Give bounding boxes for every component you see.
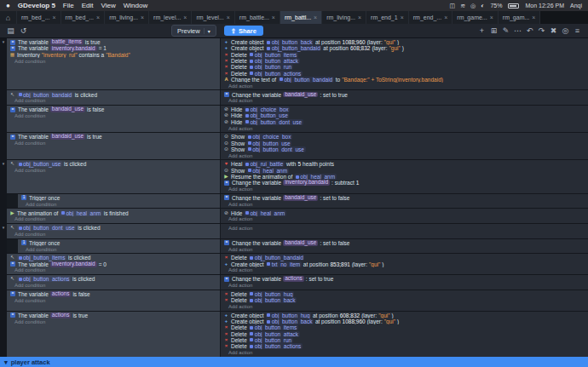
refresh-icon[interactable]: ↺ <box>18 26 29 35</box>
add-condition-link[interactable]: Add condition <box>7 98 220 104</box>
add-action-link[interactable]: Add action <box>221 349 588 355</box>
add-action-link[interactable]: Add action <box>221 225 588 231</box>
tab-rm_gam[interactable]: rm_gam...× <box>499 11 541 24</box>
action-line[interactable]: ⊘Hide obj_heal_anm <box>221 209 588 215</box>
close-icon[interactable]: × <box>52 14 55 20</box>
action-line[interactable]: ×Delete obj_button_back <box>221 297 588 303</box>
fold-chevron-icon[interactable]: ▾ <box>0 224 7 231</box>
action-line[interactable]: +Create object obj_button_hug at positio… <box>221 313 588 318</box>
add-condition-link[interactable]: Add condition <box>7 168 220 174</box>
action-line[interactable]: =Change the variable inventory.bandaid: … <box>221 180 588 186</box>
close-icon[interactable]: × <box>490 14 493 20</box>
add-action-link[interactable]: Add action <box>221 83 588 89</box>
add-condition-link[interactable]: Add condition <box>7 282 220 288</box>
action-line[interactable]: ×Delete obj_button_run <box>221 64 588 70</box>
menu-item-window[interactable]: Window <box>124 2 147 9</box>
menu-item-view[interactable]: View <box>101 2 116 9</box>
action-line[interactable]: ⊙Show obj_choice_box <box>221 134 588 140</box>
search-icon[interactable]: ◎ <box>560 26 571 35</box>
action-line[interactable]: ×Delete obj_button_actions <box>221 343 588 349</box>
home-tab[interactable]: ⌂ <box>0 11 17 24</box>
action-line[interactable]: ⊙Show obj_heal_anm <box>221 168 588 174</box>
condition-line[interactable]: =The variable actions is false <box>7 291 220 297</box>
add-action-link[interactable]: Add action <box>221 303 588 309</box>
tab-rm_game[interactable]: rm_game...× <box>453 11 499 24</box>
action-line[interactable]: =Change the variable actions: set to tru… <box>221 276 588 282</box>
action-line[interactable]: ×Delete obj_button_items <box>221 324 588 330</box>
close-icon[interactable]: × <box>401 14 404 20</box>
add-action-link[interactable]: Add action <box>221 186 588 192</box>
action-line[interactable]: ×Delete obj_button_attack <box>221 330 588 336</box>
add-condition-link[interactable]: Add condition <box>7 112 220 118</box>
action-line[interactable]: =Change the variable bandaid_use: set to… <box>221 195 588 201</box>
add-condition-link[interactable]: Add condition <box>7 318 220 324</box>
menu-bar-clock[interactable]: Mon 12:26 PM <box>525 3 564 9</box>
chevron-down-icon[interactable]: ▾ <box>204 28 210 34</box>
tab-rm_living[interactable]: rm_living...× <box>105 11 149 24</box>
add-event-icon[interactable]: + <box>476 26 487 35</box>
action-line[interactable]: +Create object obj_button_bandaid at pos… <box>221 45 588 51</box>
add-condition-link[interactable]: Add condition <box>7 297 220 303</box>
status-icon[interactable]: ◫ <box>450 3 456 9</box>
action-line[interactable]: ×Delete obj_button_items <box>221 52 588 58</box>
status-icon[interactable]: ≋ <box>460 3 465 9</box>
close-icon[interactable]: × <box>227 14 230 20</box>
apple-menu-icon[interactable]: ● <box>6 2 10 9</box>
condition-line[interactable]: 1Trigger once <box>18 240 220 246</box>
condition-line[interactable]: =The variable inventory.bandaid = 1 <box>7 45 220 51</box>
add-action-link[interactable]: Add action <box>221 216 588 222</box>
add-action-link[interactable]: Add action <box>221 282 588 288</box>
more-events-icon[interactable]: ⋯ <box>512 26 523 35</box>
action-line[interactable]: ⊘Hide obj_choice_box <box>221 106 588 112</box>
tab-rm_end_[interactable]: rm_end_...× <box>409 11 453 24</box>
share-button[interactable]: ⇧ Share <box>224 26 263 36</box>
events-search-bar[interactable]: ▾ player attack <box>0 357 588 367</box>
add-action-link[interactable]: Add action <box>221 201 588 207</box>
menu-item-edit[interactable]: Edit <box>82 2 94 9</box>
tab-rm_level[interactable]: rm_level...× <box>149 11 192 24</box>
condition-line[interactable]: =The variable bandaid_use is false <box>7 106 220 112</box>
condition-line[interactable]: ↖obj_button_actions is clicked <box>7 276 220 282</box>
close-icon[interactable]: × <box>183 14 187 20</box>
options-icon[interactable]: ≡ <box>572 26 583 35</box>
add-action-link[interactable]: Add action <box>221 125 588 131</box>
condition-line[interactable]: ↖obj_button_bandaid is clicked <box>7 91 220 97</box>
preview-button[interactable]: Preview ▾ <box>171 25 216 37</box>
project-manager-icon[interactable]: ▤ <box>5 26 16 35</box>
tab-rm_level[interactable]: rm_level...× <box>192 11 234 24</box>
condition-line[interactable]: =The variable battle_items is true <box>7 39 220 45</box>
action-line[interactable]: ×Delete obj_button_attack <box>221 58 588 64</box>
action-line[interactable]: +Create object obj_button_back at positi… <box>221 39 588 45</box>
add-action-link[interactable]: Add action <box>221 267 588 273</box>
condition-line[interactable]: ↖obj_button_items is clicked <box>7 255 220 261</box>
action-line[interactable]: ×Delete obj_button_hug <box>221 291 588 297</box>
add-condition-link[interactable]: Add condition <box>7 140 220 146</box>
redo-icon[interactable]: ↷ <box>536 26 547 35</box>
tab-rm_end_1[interactable]: rm_end_1× <box>366 11 409 24</box>
action-line[interactable]: AChange the text of obj_button_bandaid t… <box>221 77 588 83</box>
condition-line[interactable]: ↖obj_button_dont_use is clicked <box>7 225 220 231</box>
menu-bar-user[interactable]: Anqi <box>570 3 582 9</box>
action-line[interactable]: +Create object obj_button_back at positi… <box>221 318 588 324</box>
close-icon[interactable]: × <box>358 14 361 20</box>
add-comment-icon[interactable]: ✎ <box>500 26 511 35</box>
close-icon[interactable]: × <box>532 14 535 20</box>
tab-rm_bed_[interactable]: rm_bed_...× <box>17 11 61 24</box>
menu-item-file[interactable]: File <box>63 2 74 9</box>
tab-rm_bed_[interactable]: rm_bed_...× <box>61 11 106 24</box>
action-line[interactable]: ⊙Show obj_button_dont_use <box>221 146 588 152</box>
menu-item-gdevelop-5[interactable]: GDevelop 5 <box>18 2 55 9</box>
condition-line[interactable]: 1Trigger once <box>18 195 220 201</box>
add-action-link[interactable]: Add action <box>221 246 588 252</box>
close-icon[interactable]: × <box>444 14 447 20</box>
status-icon[interactable]: ◐ <box>481 3 484 9</box>
condition-line[interactable]: =The variable inventory.bandaid = 0 <box>7 261 220 267</box>
action-line[interactable]: ⊘Hide obj_button_use <box>221 112 588 118</box>
add-condition-link[interactable]: Add condition <box>7 267 220 273</box>
action-line[interactable]: ⊘Hide obj_button_dont_use <box>221 119 588 125</box>
delete-icon[interactable]: ✖ <box>548 26 559 35</box>
add-condition-link[interactable]: Add condition <box>7 58 220 64</box>
action-line[interactable]: ×Delete obj_button_bandaid <box>221 255 588 261</box>
action-line[interactable]: ×Delete obj_button_run <box>221 337 588 343</box>
add-subevent-icon[interactable]: ⊞ <box>488 26 499 35</box>
